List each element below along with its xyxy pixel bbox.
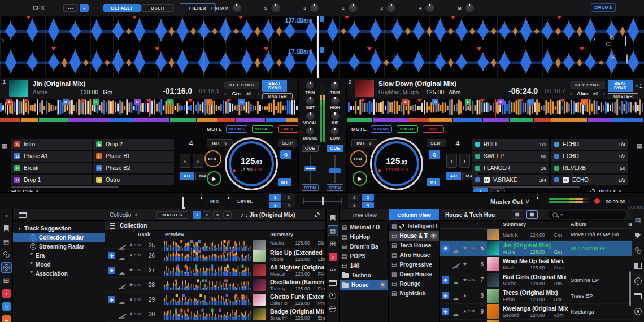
deck2-auto-button[interactable]: AU	[446, 172, 461, 180]
deck1-master-tempo-button[interactable]: MT	[278, 178, 291, 186]
fx-default-button[interactable]: DEFAULT	[103, 4, 141, 12]
cue-assign-button[interactable]: 4	[282, 202, 295, 208]
rail-icon[interactable]	[2, 250, 11, 259]
hot-cue-marker[interactable]: B	[432, 99, 438, 105]
channel1-stem-button[interactable]: STEM	[302, 184, 319, 191]
rail-icon[interactable]: </>	[328, 265, 338, 275]
rail-icon[interactable]	[328, 291, 338, 301]
hot-cue-marker[interactable]: C	[465, 99, 471, 105]
sort-ascending-icon[interactable]: ↑	[477, 221, 480, 227]
search-filter-caret[interactable]: ▾	[560, 212, 563, 217]
pad-fx-pad[interactable]: ECHO 1/2	[551, 151, 628, 162]
hot-cue-pad[interactable]: C Break	[11, 163, 92, 173]
deck2-int-dropdown[interactable]: INT∨	[351, 139, 377, 147]
deck2-quantize-button[interactable]: Q	[429, 150, 440, 159]
browse-deck-button[interactable]: 1	[193, 211, 201, 219]
hot-cue-marker[interactable]: A	[402, 99, 408, 105]
rail-icon[interactable]: ⊞	[328, 239, 338, 249]
pad-fx-pad[interactable]: R V.BRAKE 3/4	[472, 175, 549, 185]
waveform-expand-chevron[interactable]: ›	[2, 36, 4, 44]
preview-waveform[interactable]	[164, 294, 251, 306]
playlist-item[interactable]: ▤ Rounge	[389, 279, 439, 289]
source-selector[interactable]: Collectio	[110, 212, 131, 218]
window-icon[interactable]	[19, 212, 27, 218]
rail-icon[interactable]: ▤	[328, 226, 338, 236]
suggestion-item[interactable]: * Association	[13, 269, 105, 278]
beat-jump-back-button[interactable]: ‹	[446, 154, 457, 168]
deck1-play-button[interactable]: ▶	[207, 171, 221, 186]
beat-jump-back-button[interactable]: ‹	[180, 154, 190, 168]
collection-track-row[interactable]: ◆ ☁ ★ CUE 29 Ghetto Funk (Extende Dale H…	[105, 293, 325, 307]
track-row[interactable]: ◆ ☁ ★ CUE 7 Bad Girls (Original Mix Nach…	[440, 272, 632, 288]
rating-star-icon[interactable]: ★	[129, 297, 133, 302]
pad-fx-pad[interactable]: ROLL 1/2	[472, 139, 549, 150]
mixer-knob[interactable]	[330, 127, 339, 136]
browse-deck-button[interactable]: 4	[223, 211, 232, 219]
deck2-master-button[interactable]: MASTER	[608, 93, 638, 99]
tree-root-track-suggestion[interactable]: ▼ Track Suggestion	[13, 224, 105, 233]
deck2-key-sync-button[interactable]: KEY SYNC	[570, 81, 605, 89]
cue-assign-button[interactable]: 2	[282, 194, 295, 201]
deck1-quantize-button[interactable]: Q	[280, 150, 291, 159]
browse-master-button[interactable]: MASTER	[156, 211, 188, 219]
pad-scrollbar[interactable]	[11, 186, 119, 188]
hot-cue-marker[interactable]: D	[134, 99, 141, 105]
mixer-knob[interactable]	[331, 97, 340, 105]
album-column-header[interactable]: Album	[571, 221, 586, 227]
rating-star-icon[interactable]: ★	[463, 261, 467, 267]
waveform-zoom-chevron[interactable]: ›	[593, 35, 595, 43]
hot-cue-pad[interactable]: D Drop 1	[11, 175, 92, 185]
hot-cue-pad[interactable]: G Phase B2	[93, 163, 174, 173]
pad-fx-pad[interactable]: SWEEP 80	[472, 151, 549, 162]
collection-track-row[interactable]: ☁ ★ CUE 28 Oscillation (Kamero R Tommy 1…	[105, 278, 325, 293]
stem-toggle-button[interactable]: INST	[278, 125, 299, 133]
channel1-fader[interactable]	[302, 155, 319, 183]
mixer-knob[interactable]	[306, 127, 314, 136]
channel1-cue-button[interactable]: CUE	[302, 145, 319, 152]
deck1-slip-button[interactable]: SLIP	[278, 139, 297, 147]
deck1-master-button[interactable]: MASTER	[262, 93, 293, 99]
tree-collapse-icon[interactable]: ▼	[18, 227, 21, 230]
cue-assign-button[interactable]: 2	[362, 194, 374, 201]
cue-assign-button[interactable]: 1	[348, 194, 360, 201]
deck1-int-dropdown[interactable]: INT∨	[207, 139, 233, 147]
rating-star-icon[interactable]: ★	[129, 253, 133, 258]
rating-star-icon[interactable]: ★	[129, 311, 133, 317]
waveform-disc-icon[interactable]	[626, 54, 628, 64]
collection-track-row[interactable]: ◆ ☁ ★ CUE 27 All Nighter (Original M Mes…	[105, 263, 325, 278]
preview-waveform[interactable]	[164, 308, 251, 320]
deck1-key-sync-button[interactable]: KEY SYNC	[224, 81, 259, 89]
rating-star-icon[interactable]: ★	[129, 267, 133, 273]
playlist-item[interactable]: ▤ Tech House	[389, 241, 439, 250]
deck2-key-shift-control[interactable]: ‹ Abm ±0 ›	[570, 90, 605, 97]
fx-user-button[interactable]: USER	[141, 4, 174, 12]
deck2-play-button[interactable]: ▶	[353, 171, 367, 186]
partial-track-row[interactable]: Mark K 124.00 Cm Move On/Let Me Go	[440, 229, 632, 241]
collection-breadcrumb[interactable]: Collection	[120, 223, 147, 229]
stem-toggle-button[interactable]: INST	[423, 125, 444, 133]
rank-column-header[interactable]: Rank	[138, 232, 150, 237]
deck1-detail-waveform[interactable]: A B C D E F G	[0, 99, 298, 117]
preview-column-header[interactable]: Preview	[165, 232, 184, 237]
deck1-beat-sync-button[interactable]: BEAT SYNC	[262, 80, 287, 92]
deck2-slip-button[interactable]: SLIP	[427, 139, 446, 147]
fx-knob[interactable]	[386, 3, 396, 13]
pads-view-icon[interactable]: ▦	[637, 142, 642, 150]
suggestion-item[interactable]: Collection Radar	[13, 233, 105, 242]
hot-cue-pad[interactable]: H Outro	[93, 175, 174, 185]
rating-star-icon[interactable]: ★	[463, 308, 467, 314]
mixer-knob[interactable]	[330, 81, 339, 90]
collection-track-row[interactable]: ☁ ★ CUE 30 Badge (Original Mix) Sirus H …	[105, 307, 325, 322]
deck2-master-tempo-button[interactable]: MT	[427, 178, 440, 186]
track-row[interactable]: ◆ ☁ ★ 8 Trees (Original Mix) Felon 123.0…	[440, 288, 632, 304]
summary-column-header[interactable]: Summary	[503, 221, 526, 227]
cue-assign-button[interactable]: 1	[269, 194, 281, 201]
rail-icon[interactable]	[328, 304, 338, 314]
cue-assign-button[interactable]: 4	[362, 202, 374, 208]
fx-knob[interactable]	[348, 3, 358, 13]
crossfader[interactable]	[303, 197, 342, 205]
rail-icon[interactable]: ▤	[2, 237, 11, 246]
add-playlist-icon[interactable]: +	[380, 282, 386, 288]
browse-deck-button[interactable]: 2	[203, 211, 211, 219]
rating-star-icon[interactable]: ★	[463, 245, 467, 251]
